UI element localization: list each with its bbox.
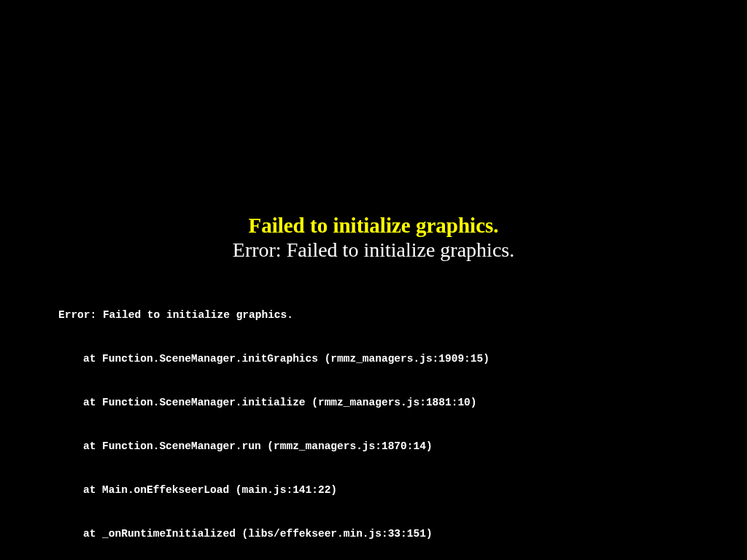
stack-line: at Main.onEffekseerLoad (main.js:141:22) <box>58 483 629 497</box>
stack-header: Error: Failed to initialize graphics. <box>58 308 629 322</box>
stack-line: at Function.SceneManager.initGraphics (r… <box>58 351 629 366</box>
stack-line: at Function.SceneManager.run (rmmz_manag… <box>58 439 629 454</box>
stack-line: at _onRuntimeInitialized (libs/effekseer… <box>58 526 629 541</box>
stack-line: at Function.SceneManager.initialize (rmm… <box>58 395 629 410</box>
error-subtitle: Error: Failed to initialize graphics. <box>0 238 747 262</box>
error-title: Failed to initialize graphics. <box>0 214 747 238</box>
error-stack-trace: Error: Failed to initialize graphics. at… <box>58 279 629 560</box>
